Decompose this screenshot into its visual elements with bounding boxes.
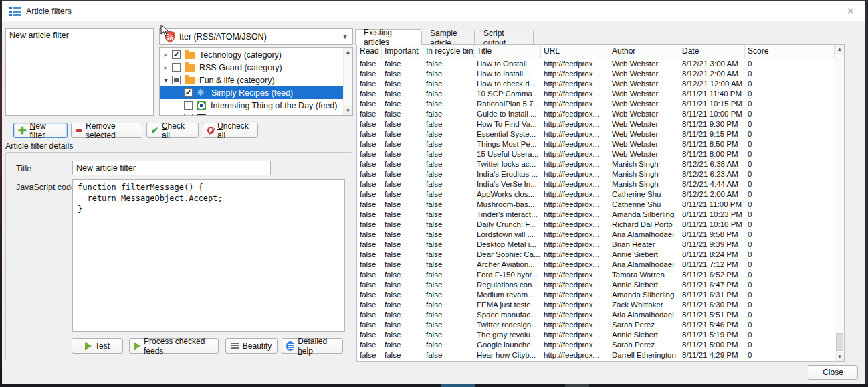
tree-item[interactable]: ✓Simply Recipes (feed) <box>160 86 343 99</box>
table-row[interactable]: falsefalsefalseHow to Install ...http://… <box>357 69 835 79</box>
table-row[interactable]: falsefalsefalseHear how Cityb...http://f… <box>357 350 835 360</box>
table-row[interactable]: falsefalsefalseGuide to Install ...http:… <box>357 109 835 119</box>
cell: 0 <box>745 340 835 350</box>
table-row[interactable]: falsefalsefalseEssential Syste...http://… <box>357 129 835 139</box>
scrollbar-thumb[interactable] <box>836 333 843 351</box>
tree-scrollbar[interactable]: ▲ ▼ <box>343 48 352 115</box>
table-row[interactable]: falsefalsefalseHow to Onstall ...http://… <box>357 59 835 69</box>
tree-item[interactable]: ▾Fun & life (category) <box>160 74 343 86</box>
help-circle-icon <box>286 341 294 351</box>
title-input[interactable] <box>72 161 271 175</box>
filters-list[interactable]: New article filter <box>5 28 154 116</box>
checkbox-checked[interactable]: ✓ <box>184 88 193 97</box>
account-dropdown[interactable]: tter (RSS/ATOM/JSON) ▼ <box>159 28 353 45</box>
column-header[interactable]: Score <box>745 45 835 58</box>
new-filter-button[interactable]: ✚ New filter <box>13 123 68 138</box>
expander-expanded-icon[interactable]: ▾ <box>161 76 171 84</box>
table-scrollbar[interactable]: ▲ ▼ <box>835 45 844 361</box>
feeds-tree[interactable]: ▸✓Technology (category)▸RSS Guard (categ… <box>159 47 353 116</box>
table-row[interactable]: falsefalsefalse15 Useful Usera...http://… <box>357 149 835 159</box>
table-row[interactable]: falsefalsefalseMushroom-bas...http://fee… <box>357 200 835 210</box>
cell: false <box>423 200 474 210</box>
table-row[interactable]: falsefalsefalseTinder's interact...http:… <box>357 210 835 220</box>
checkbox-partial[interactable] <box>172 76 181 84</box>
cell: 0 <box>745 139 835 149</box>
table-row[interactable]: falsefalsefalse10 SCP Comma...http://fee… <box>357 89 835 99</box>
checkbox-unchecked[interactable] <box>184 114 193 116</box>
process-checked-feeds-button[interactable]: Process checked feeds <box>129 338 219 354</box>
column-header[interactable]: Title <box>474 45 541 58</box>
cell: false <box>382 280 423 290</box>
table-row[interactable]: falsefalsefalseRationalPlan 5.7...http:/… <box>357 99 835 109</box>
tab-existing-articles[interactable]: Existing articles <box>355 29 421 45</box>
tree-item[interactable]: Interesting Thing of the Day (feed) <box>160 99 343 112</box>
detailed-help-label: Detailed help <box>298 337 338 356</box>
javascript-code-editor[interactable]: function filterMessage() { return Messag… <box>72 179 345 332</box>
cell: 8/11/21 9:58 PM <box>679 230 745 240</box>
test-button[interactable]: Test <box>72 338 123 354</box>
cell: 8/12/21 6:23 AM <box>679 169 745 179</box>
table-row[interactable]: falsefalsefalseThings Most Pe...http://f… <box>357 139 835 149</box>
beautify-button[interactable]: Beautify <box>225 338 278 354</box>
window-close-icon[interactable]: ✕ <box>846 5 855 17</box>
check-all-button[interactable]: ✔ Check all <box>146 123 199 138</box>
scroll-up-icon[interactable]: ▲ <box>344 48 352 56</box>
scroll-down-icon[interactable]: ▼ <box>835 352 844 361</box>
cell: Darrell Etherington <box>609 350 679 360</box>
cell: false <box>357 350 382 360</box>
table-row[interactable]: falsefalsefalseGoogle launche...http://f… <box>357 340 835 350</box>
table-row[interactable]: falsefalsefalseTwitter locks ac...http:/… <box>357 159 835 169</box>
column-header[interactable]: In recycle bin <box>423 45 474 58</box>
tree-item[interactable]: ▸RSS Guard (category) <box>160 61 343 74</box>
detailed-help-button[interactable]: Detailed help <box>282 338 343 354</box>
cell: false <box>423 310 474 320</box>
table-row[interactable]: falsefalsefalseIndia's Eruditus ...http:… <box>357 169 835 179</box>
table-row[interactable]: falsefalsefalseLordstown will ...http://… <box>357 230 835 240</box>
table-row[interactable]: falsefalsefalseDaily Crunch: F...http://… <box>357 220 835 230</box>
flower-icon <box>197 88 207 98</box>
table-row[interactable]: falsefalsefalseDear Sophie: Ca...http://… <box>357 250 835 260</box>
table-row[interactable]: falsefalsefalseTwitter redesign...http:/… <box>357 320 835 330</box>
scroll-down-icon[interactable]: ▼ <box>344 106 352 115</box>
table-row[interactable]: falsefalsefalseThe gray revolu...http://… <box>357 330 835 340</box>
cell: false <box>357 310 382 320</box>
column-header[interactable]: Author <box>609 45 679 58</box>
partial-check-mark <box>174 78 179 82</box>
filter-list-item[interactable]: New article filter <box>6 29 153 42</box>
table-row[interactable]: falsefalsefalseMedium revam...http://fee… <box>357 290 835 300</box>
table-row[interactable]: falsefalsefalseHow to check d...http://f… <box>357 79 835 89</box>
uncheck-all-label: Uncheck all <box>217 121 253 140</box>
expander-collapsed-icon[interactable]: ▸ <box>161 64 171 71</box>
uncheck-all-button[interactable]: Uncheck all <box>203 123 258 138</box>
table-row[interactable]: falsefalsefalseFEMA just teste...http://… <box>357 300 835 310</box>
checkbox-unchecked[interactable] <box>172 63 181 72</box>
table-row[interactable]: falsefalsefalseHow To Find Va...http://f… <box>357 119 835 129</box>
test-label: Test <box>95 341 110 351</box>
close-button[interactable]: Close <box>808 365 858 380</box>
scroll-up-icon[interactable]: ▲ <box>835 45 844 54</box>
table-row[interactable]: falsefalsefalseIndia's VerSe In...http:/… <box>357 179 835 189</box>
table-row[interactable]: falsefalsefalseSpace manufac...http://fe… <box>357 310 835 320</box>
remove-selected-button[interactable]: Remove selected <box>71 123 142 138</box>
table-row[interactable]: falsefalsefalseAppWorks clos...http://fe… <box>357 189 835 200</box>
cell: http://feedprox... <box>541 200 609 210</box>
column-header[interactable]: Date <box>679 45 745 58</box>
table-row[interactable]: falsefalsefalseRegulations can...http://… <box>357 280 835 290</box>
checkbox-checked[interactable]: ✓ <box>172 50 181 59</box>
tree-item[interactable]: Mashable (feed) <box>160 112 343 116</box>
cell: false <box>423 270 474 280</box>
tab-script-output[interactable]: Script output <box>475 31 534 44</box>
cell: Web Webster <box>609 139 679 149</box>
tab-sample-article[interactable]: Sample article <box>421 31 475 44</box>
tree-item[interactable]: ▸✓Technology (category) <box>160 48 343 61</box>
table-row[interactable]: falsefalsefalseFord F-150 hybr...http://… <box>357 270 835 280</box>
table-row[interactable]: falsefalsefalseArcher Aviation...http://… <box>357 260 835 270</box>
column-header[interactable]: URL <box>541 45 609 58</box>
cell: http://feedprox... <box>541 230 609 240</box>
cell: http://feedprox... <box>541 210 609 220</box>
cell: false <box>423 89 474 99</box>
cell: false <box>357 169 382 179</box>
expander-collapsed-icon[interactable]: ▸ <box>161 51 171 58</box>
checkbox-unchecked[interactable] <box>184 101 193 110</box>
table-row[interactable]: falsefalsefalseDesktop Metal i...http://… <box>357 240 835 250</box>
